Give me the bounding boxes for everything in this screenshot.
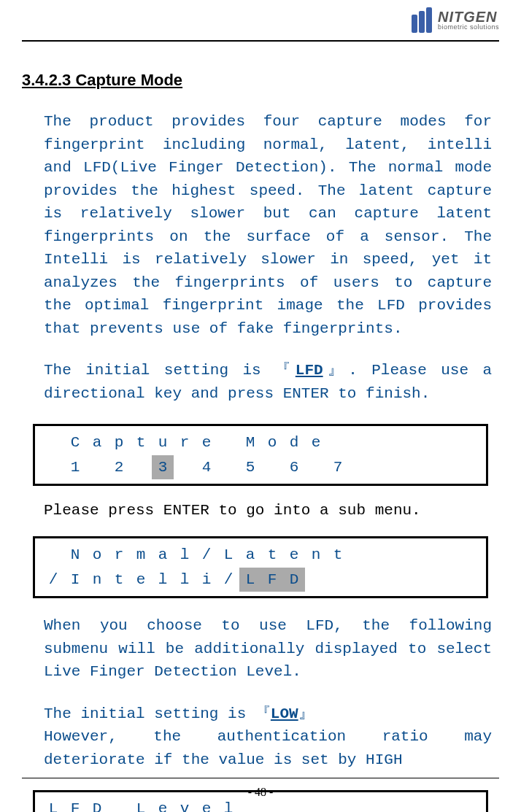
lcd-cell: D — [86, 797, 108, 812]
lcd-cell — [371, 455, 393, 480]
lcd-cell — [42, 430, 64, 455]
lcd-cell — [130, 455, 152, 480]
lcd-cell — [349, 430, 371, 455]
lcd-cell — [42, 455, 64, 480]
lcd-cell — [349, 568, 371, 592]
lcd-cell: i — [196, 568, 217, 592]
lcd-cell: d — [283, 430, 305, 455]
lcd-cell: t — [108, 568, 130, 592]
lcd-cell: 1 — [64, 455, 86, 480]
lcd-cell: t — [327, 543, 349, 568]
instruction-1: Please press ENTER to go into a sub menu… — [22, 502, 499, 519]
logo-bars-icon — [412, 7, 432, 33]
lcd-cell: e — [130, 568, 152, 592]
lcd-cell — [327, 797, 349, 812]
lcd-cell — [371, 797, 393, 812]
paragraph-3: When you choose to use LFD, the followin… — [22, 614, 499, 684]
lcd-cell: l — [217, 797, 239, 812]
lcd-cell: M — [239, 430, 261, 455]
lcd-cell — [217, 430, 239, 455]
lcd-cell — [349, 797, 371, 812]
logo-text: NITGEN biometric solutions — [438, 9, 499, 31]
lcd-cell: N — [64, 543, 86, 568]
lcd-cell: a — [152, 543, 174, 568]
section-title: 3.4.2.3 Capture Mode — [22, 71, 499, 90]
para2-emph: LFD — [296, 362, 323, 379]
paragraph-2: The initial setting is 『LFD』. Please use… — [22, 359, 499, 405]
lcd-cell — [327, 568, 349, 592]
lcd-cell — [261, 455, 283, 480]
lcd-cell: o — [261, 430, 283, 455]
lcd-cell: L — [42, 797, 64, 812]
lcd-cell: r — [108, 543, 130, 568]
lcd-cell — [371, 543, 393, 568]
lcd-cell: 6 — [283, 455, 305, 480]
lcd1-row1: Capture Mode — [42, 430, 479, 455]
lcd-cell: r — [174, 430, 196, 455]
lcd-cell: t — [130, 430, 152, 455]
lcd-cell — [305, 568, 327, 592]
lcd-cell — [86, 455, 108, 480]
lcd-cell: I — [64, 568, 86, 592]
content: 3.4.2.3 Capture Mode The product provide… — [0, 42, 521, 812]
lcd3-row1: LFD Level — [42, 797, 479, 812]
paragraph-4-5: The initial setting is 『LOW』 However, th… — [22, 703, 499, 772]
lcd-cell — [305, 797, 327, 812]
lcd-cell: p — [108, 430, 130, 455]
page-number: - 48 - — [0, 786, 521, 799]
lcd-cell — [217, 455, 239, 480]
lcd-cell: l — [174, 543, 196, 568]
footer: - 48 - — [0, 778, 521, 799]
para4-post: 』 — [298, 705, 314, 722]
lcd-cell: / — [196, 543, 217, 568]
lcd-cell — [349, 455, 371, 480]
lcd-cell — [371, 568, 393, 592]
lcd-cell: e — [196, 430, 217, 455]
lcd-cell — [42, 543, 64, 568]
lcd-cell — [283, 797, 305, 812]
lcd-cell: 4 — [196, 455, 217, 480]
lcd-display-2: Normal/Latent /Intelli/LFD — [33, 536, 488, 598]
divider-bottom — [22, 778, 499, 778]
lcd-cell — [108, 797, 130, 812]
lcd-cell: e — [283, 543, 305, 568]
lcd-cell: L — [239, 568, 261, 592]
paragraph-1: The product provides four capture modes … — [22, 110, 499, 340]
lcd-cell: u — [152, 430, 174, 455]
lcd-cell — [371, 430, 393, 455]
para4-pre: The initial setting is 『 — [44, 705, 271, 722]
lcd-cell: e — [305, 430, 327, 455]
lcd-cell: L — [217, 543, 239, 568]
lcd-cell: t — [261, 543, 283, 568]
lcd-cell — [174, 455, 196, 480]
lcd-cell: e — [152, 797, 174, 812]
lcd-cell — [327, 430, 349, 455]
logo-main: NITGEN — [438, 9, 499, 24]
lcd-cell: a — [239, 543, 261, 568]
lcd-cell — [261, 797, 283, 812]
para2-pre: The initial setting is 『 — [44, 362, 296, 379]
lcd-cell: 7 — [327, 455, 349, 480]
para4-emph: LOW — [271, 705, 298, 722]
lcd-cell: n — [86, 568, 108, 592]
lcd2-row1: Normal/Latent — [42, 543, 479, 568]
lcd-cell: l — [174, 568, 196, 592]
lcd-cell: / — [42, 568, 64, 592]
lcd-cell: 2 — [108, 455, 130, 480]
lcd-cell: / — [217, 568, 239, 592]
lcd-cell: F — [261, 568, 283, 592]
lcd-cell: D — [283, 568, 305, 592]
lcd-cell: n — [305, 543, 327, 568]
lcd-cell: F — [64, 797, 86, 812]
para5: However, the authentication ratio may de… — [44, 728, 492, 768]
logo: NITGEN biometric solutions — [412, 7, 499, 33]
lcd-cell: 5 — [239, 455, 261, 480]
lcd-cell — [305, 455, 327, 480]
logo-sub: biometric solutions — [438, 24, 499, 31]
lcd-cell: m — [130, 543, 152, 568]
lcd-cell: 3 — [152, 455, 174, 480]
lcd-cell: o — [86, 543, 108, 568]
lcd2-row2: /Intelli/LFD — [42, 568, 479, 592]
lcd-cell: L — [130, 797, 152, 812]
lcd1-row2: 1 2 3 4 5 6 7 — [42, 455, 479, 480]
